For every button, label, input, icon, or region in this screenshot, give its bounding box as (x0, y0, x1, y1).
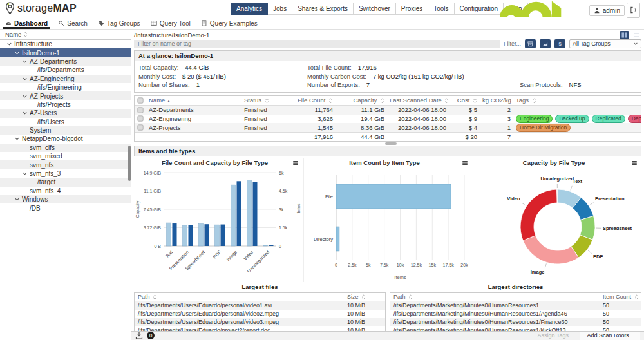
chevron-down-icon[interactable] (22, 93, 28, 99)
scan-table-row[interactable]: AZ-EngineeringFinished3,62619.4 GiB2022-… (135, 115, 641, 124)
chevron-down-icon[interactable] (14, 50, 20, 56)
tree-item[interactable]: /ifs/Engineering (0, 83, 131, 91)
column-header-cost[interactable]: Cost (449, 97, 480, 104)
nav-tab-analytics[interactable]: Analytics (231, 3, 268, 15)
checkbox-icon[interactable] (135, 97, 146, 104)
tree-item[interactable]: svm_mixed (0, 152, 131, 160)
tree-item[interactable]: /ifs/Projects (0, 100, 131, 109)
tag-pill[interactable]: Replicated (592, 115, 625, 123)
logout-button[interactable] (627, 3, 640, 18)
column-header-path[interactable]: Path (135, 294, 344, 300)
table-row[interactable]: /ifs/Departments/Marketing/Minutes0/Huma… (390, 318, 641, 326)
chart-menu-icon[interactable] (630, 160, 638, 166)
grid-view-button[interactable] (620, 31, 629, 39)
svg-text:2.5k: 2.5k (348, 263, 357, 267)
table-row[interactable]: /ifs/Departments/Marketing/Minutes0/Huma… (390, 326, 641, 330)
chart-menu-icon[interactable] (461, 160, 469, 166)
table-row[interactable]: /ifs/Departments/Users/Eduardo/personal/… (135, 301, 385, 310)
list-view-button[interactable] (632, 31, 641, 39)
sidebar-scrollbar[interactable] (128, 146, 131, 181)
tree-item[interactable]: /ifs/Departments (0, 66, 131, 74)
storagemap-logo[interactable]: storageMAP (5, 2, 102, 15)
chevron-down-icon[interactable] (22, 59, 28, 64)
chevron-down-icon[interactable] (22, 110, 28, 116)
tag-pill[interactable]: Engineering (516, 115, 553, 123)
subnav-item-tag-groups[interactable]: Tag Groups (98, 17, 140, 29)
column-header-file-count[interactable]: File Count (280, 97, 336, 104)
column-header-path[interactable]: Path (390, 294, 600, 300)
table-row[interactable]: /ifs/Departments/Users/Eduardo/personal/… (135, 310, 385, 318)
assign-tags-button[interactable]: Assign Tags... (531, 332, 580, 340)
tree-item[interactable]: System (0, 126, 131, 135)
chart-menu-icon[interactable] (292, 160, 299, 166)
checkbox-icon[interactable] (135, 124, 146, 131)
cell-capacity: 8.36 GiB (336, 124, 387, 131)
tag-pill[interactable]: Backed up (555, 115, 589, 123)
checkbox-icon[interactable] (135, 107, 146, 113)
chevron-down-icon[interactable] (14, 196, 20, 202)
cell-cost: $ 4 (449, 124, 480, 131)
chevron-down-icon[interactable] (6, 41, 12, 47)
tree-item[interactable]: Infrastructure (0, 40, 131, 48)
subnav-item-search[interactable]: Search (58, 17, 88, 29)
tree-item[interactable]: Windows (0, 195, 131, 203)
tree-item[interactable]: svm_nfs (0, 160, 131, 169)
chevron-down-icon[interactable] (22, 76, 28, 82)
column-header-tags[interactable]: Tags (513, 97, 641, 104)
tree-item-label: svm_nfs_4 (30, 187, 61, 194)
nav-tab-shares-exports[interactable]: Shares & Exports (292, 3, 354, 15)
subnav-item-dashboard[interactable]: Dashboard (5, 17, 48, 29)
tree-item[interactable]: AZ-Projects (0, 91, 131, 100)
tree-header[interactable]: Name (0, 30, 131, 40)
download-icon[interactable] (135, 332, 143, 339)
column-header-last-scanned-date[interactable]: Last Scanned Date (387, 97, 449, 104)
column-header-status[interactable]: Status (242, 97, 280, 104)
tree-item[interactable]: AZ-Departments (0, 57, 131, 66)
nav-tab-jobs[interactable]: Jobs (268, 3, 292, 15)
tag-groups-select[interactable]: All Tag Groups (569, 39, 641, 48)
tree-item[interactable]: svm_nfs_3 (0, 169, 131, 178)
tree-item[interactable]: /DB (0, 203, 131, 212)
user-menu-button[interactable]: admin (589, 5, 625, 16)
chevron-down-icon[interactable] (22, 171, 28, 176)
tree-item[interactable]: /target (0, 178, 131, 186)
glance-stat: Monthly Carbon Cost:7 kg CO2/kg (161 kg … (307, 72, 520, 81)
tree-item[interactable]: svm_cifs (0, 144, 131, 152)
chevron-down-icon[interactable] (14, 136, 20, 142)
subnav-item-query-examples[interactable]: Query Examples (201, 17, 258, 29)
column-header-capacity[interactable]: Capacity (336, 97, 387, 104)
notification-badge[interactable]: 0 (147, 332, 155, 339)
scan-table-row[interactable]: AZ-ProjectsFinished1,5458.36 GiB2022-04-… (135, 123, 641, 132)
tree-item[interactable]: /ifs/Users (0, 118, 131, 126)
table-row[interactable]: /ifs/Departments/Users/Eduardo/project2/… (135, 326, 385, 330)
nav-tab-switchover[interactable]: Switchover (354, 3, 396, 15)
nav-tab-tools[interactable]: Tools (428, 3, 454, 15)
tree-item[interactable]: IsilonDemo-1 (0, 48, 131, 57)
cost-filter-button[interactable]: $ (554, 39, 565, 48)
scan-table-row[interactable]: AZ-DepartmentsFinished11,76411.1 GiB2022… (135, 106, 641, 115)
checkbox-icon[interactable] (135, 115, 146, 122)
table-row[interactable]: /ifs/Departments/Marketing/Minutes0/Huma… (390, 310, 641, 318)
tag-pill[interactable]: Home Dir Migration (516, 124, 571, 132)
add-scan-roots-button[interactable]: Add Scan Roots... (580, 332, 640, 340)
column-header-item-count[interactable]: Item Count (600, 294, 641, 300)
cell-last-scanned: 2022-04-06 18:00 (387, 115, 449, 122)
nav-tab-proxies[interactable]: Proxies (396, 3, 428, 15)
table-row[interactable]: /ifs/Departments/Marketing/Minutes0/Huma… (390, 301, 641, 310)
column-header-size[interactable]: Size (344, 294, 385, 300)
tree-item[interactable]: AZ-Users (0, 109, 131, 117)
column-header-kg-co2-kg[interactable]: kg CO2/kg (480, 97, 513, 104)
tag-pill[interactable]: Department (628, 115, 641, 123)
chart-filter-button[interactable] (540, 39, 551, 48)
filter-input[interactable] (134, 40, 500, 48)
tree-item[interactable]: NetappDemo-bigcdot (0, 135, 131, 143)
table-row[interactable]: /ifs/Departments/Users/Eduardo/personal/… (135, 318, 385, 326)
tree-item-label: AZ-Engineering (30, 75, 74, 82)
largest-files-table: Path Size /ifs/Departments/Users/Eduardo… (134, 292, 386, 331)
tree-item[interactable]: svm_nfs_4 (0, 187, 131, 195)
tree-item[interactable]: AZ-Engineering (0, 75, 131, 83)
column-header-name[interactable]: Name ▲ (146, 97, 242, 104)
archive-filter-button[interactable] (525, 39, 536, 48)
subnav-item-query-tool[interactable]: Query Tool (151, 17, 191, 29)
table-hscrollbar[interactable] (134, 142, 641, 144)
